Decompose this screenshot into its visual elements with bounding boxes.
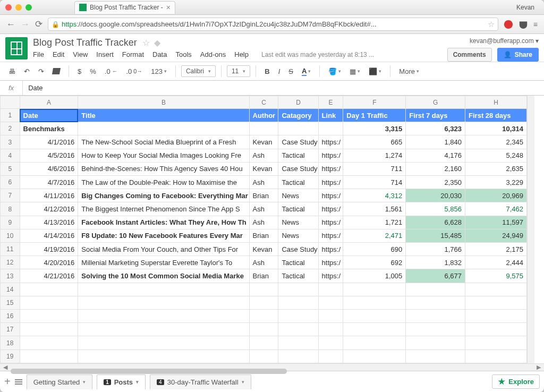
column-header-F[interactable]: F — [343, 96, 406, 109]
cell-A2[interactable]: Benchmarks — [20, 122, 78, 135]
cell-F18[interactable] — [343, 336, 406, 350]
tab-close-icon[interactable]: × — [166, 3, 171, 12]
cell-H10[interactable]: 24,949 — [465, 229, 527, 242]
cell-H12[interactable]: 2,444 — [465, 256, 527, 269]
cell-C11[interactable]: Kevan — [249, 243, 278, 256]
row-header-3[interactable]: 3 — [1, 135, 20, 149]
cell-C3[interactable]: Kevan — [249, 135, 278, 149]
spreadsheet-grid[interactable]: ABCDEFGH 1DateTitleAuthorCatagoryLinkDay… — [0, 96, 527, 363]
row-header-10[interactable]: 10 — [1, 229, 20, 242]
cell-B15[interactable] — [78, 296, 249, 309]
column-header-C[interactable]: C — [249, 96, 278, 109]
row-header-15[interactable]: 15 — [1, 296, 20, 309]
cell-B2[interactable] — [78, 122, 249, 135]
row-header-14[interactable]: 14 — [1, 283, 20, 296]
cell-H18[interactable] — [465, 336, 527, 350]
scroll-left-icon[interactable]: ◀ — [0, 364, 11, 371]
cell-D11[interactable]: Case Study — [278, 243, 318, 256]
format-currency-button[interactable]: $ — [74, 65, 84, 78]
cell-G10[interactable]: 15,485 — [406, 229, 465, 242]
cell-D16[interactable] — [278, 310, 318, 323]
cell-D14[interactable] — [278, 283, 318, 296]
cell-A1[interactable]: Date — [20, 109, 78, 122]
window-zoom-button[interactable] — [26, 4, 32, 11]
cell-C18[interactable] — [249, 336, 278, 350]
row-header-8[interactable]: 8 — [1, 202, 20, 216]
cell-A15[interactable] — [20, 296, 78, 309]
cell-E5[interactable]: https:/ — [318, 162, 343, 175]
horizontal-scrollbar[interactable]: ◀ ▶ — [0, 363, 544, 371]
fill-color-button[interactable]: 🪣 ▾ — [325, 65, 344, 78]
cell-G19[interactable] — [406, 350, 465, 363]
menu-help[interactable]: Help — [234, 50, 249, 58]
cell-F1[interactable]: Day 1 Traffic — [343, 109, 406, 122]
cell-E11[interactable]: https:/ — [318, 243, 343, 256]
cell-G2[interactable]: 6,323 — [406, 122, 465, 135]
explore-button[interactable]: Explore — [492, 374, 540, 389]
cell-B13[interactable]: Solving the 10 Most Common Social Media … — [78, 269, 249, 283]
menu-insert[interactable]: Insert — [96, 50, 114, 58]
cell-H14[interactable] — [465, 283, 527, 296]
scroll-right-icon[interactable]: ▶ — [533, 364, 544, 371]
cell-F5[interactable]: 711 — [343, 162, 406, 175]
cell-C4[interactable]: Ash — [249, 149, 278, 162]
cell-C12[interactable]: Ash — [249, 256, 278, 269]
cell-H19[interactable] — [465, 350, 527, 363]
row-header-1[interactable]: 1 — [1, 109, 20, 122]
cell-A5[interactable]: 4/6/2016 — [20, 162, 78, 175]
cell-F3[interactable]: 665 — [343, 135, 406, 149]
select-all-cell[interactable] — [1, 96, 20, 109]
cell-E17[interactable] — [318, 323, 343, 336]
cell-E1[interactable]: Link — [318, 109, 343, 122]
cell-B12[interactable]: Millenial Marketing Superstar Everette T… — [78, 256, 249, 269]
cell-H16[interactable] — [465, 310, 527, 323]
cell-C1[interactable]: Author — [249, 109, 278, 122]
cell-C7[interactable]: Brian — [249, 189, 278, 202]
row-header-5[interactable]: 5 — [1, 162, 20, 175]
cell-F6[interactable]: 714 — [343, 176, 406, 189]
merge-cells-button[interactable]: ⬛ ▾ — [366, 65, 385, 78]
cell-B16[interactable] — [78, 310, 249, 323]
cell-A6[interactable]: 4/7/2016 — [20, 176, 78, 189]
column-header-A[interactable]: A — [20, 96, 78, 109]
comments-button[interactable]: Comments — [447, 48, 492, 62]
chrome-profile[interactable]: Kevan — [512, 3, 539, 12]
cell-H4[interactable]: 5,248 — [465, 149, 527, 162]
cell-C10[interactable]: Brian — [249, 229, 278, 242]
cell-H8[interactable]: 7,462 — [465, 202, 527, 216]
row-header-11[interactable]: 11 — [1, 243, 20, 256]
window-close-button[interactable] — [5, 4, 12, 11]
strike-button[interactable]: S — [285, 65, 296, 78]
cell-F19[interactable] — [343, 350, 406, 363]
cell-G8[interactable]: 5,856 — [406, 202, 465, 216]
cell-F17[interactable] — [343, 323, 406, 336]
cell-B10[interactable]: F8 Update: 10 New Facebook Features Ever… — [78, 229, 249, 242]
cell-D6[interactable]: Tactical — [278, 176, 318, 189]
cell-F9[interactable]: 1,721 — [343, 216, 406, 229]
cell-D18[interactable] — [278, 336, 318, 350]
cell-A11[interactable]: 4/19/2016 — [20, 243, 78, 256]
column-header-B[interactable]: B — [78, 96, 249, 109]
star-document-icon[interactable]: ☆ — [142, 38, 150, 48]
cell-H5[interactable]: 2,635 — [465, 162, 527, 175]
cell-F8[interactable]: 1,561 — [343, 202, 406, 216]
column-header-H[interactable]: H — [465, 96, 527, 109]
pocket-icon[interactable] — [518, 20, 528, 29]
cell-G15[interactable] — [406, 296, 465, 309]
cell-G12[interactable]: 1,832 — [406, 256, 465, 269]
font-size-select[interactable]: 11▾ — [227, 65, 250, 77]
window-minimize-button[interactable] — [15, 4, 22, 11]
cell-E7[interactable]: https:/ — [318, 189, 343, 202]
cell-F11[interactable]: 690 — [343, 243, 406, 256]
reload-button[interactable]: ⟳ — [35, 19, 42, 30]
font-family-select[interactable]: Calibri▾ — [181, 65, 216, 77]
row-header-4[interactable]: 4 — [1, 149, 20, 162]
browser-tab[interactable]: Blog Post Traffic Tracker - × — [74, 1, 175, 14]
cell-D7[interactable]: News — [278, 189, 318, 202]
cell-G14[interactable] — [406, 283, 465, 296]
cell-E19[interactable] — [318, 350, 343, 363]
undo-icon[interactable]: ↶ — [21, 65, 33, 78]
cell-E4[interactable]: https:/ — [318, 149, 343, 162]
cell-C8[interactable]: Ash — [249, 202, 278, 216]
cell-E14[interactable] — [318, 283, 343, 296]
